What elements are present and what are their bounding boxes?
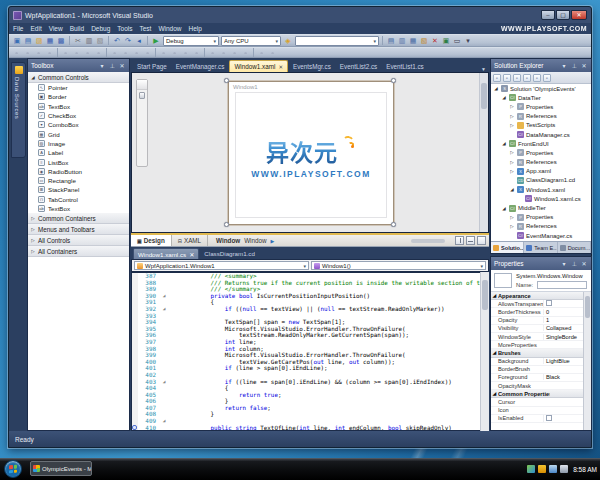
indicator-margin[interactable] [132, 405, 138, 412]
find-in-files-icon[interactable]: ◈ [283, 36, 293, 46]
close-panel-icon[interactable]: ✕ [580, 62, 588, 69]
xaml-view-tab[interactable]: ⊟XAML [172, 235, 208, 246]
make-same-height-icon[interactable]: ▫ [94, 48, 103, 57]
navigate-back-icon[interactable]: ◂ [134, 36, 144, 46]
outlining-margin[interactable] [160, 365, 168, 372]
outlining-margin[interactable] [160, 359, 168, 366]
indicator-margin[interactable] [132, 418, 138, 425]
menu-tools[interactable]: Tools [117, 25, 132, 32]
properties-header[interactable]: Properties ▾ ⊥ ✕ [491, 257, 591, 270]
save-all-icon[interactable]: ▩ [56, 36, 66, 46]
doc-tab-eventlist1-cs[interactable]: EventList1.cs [382, 60, 427, 72]
outlining-margin[interactable]: ◢ [160, 293, 168, 300]
undo-icon[interactable]: ↶ [112, 36, 122, 46]
outlining-margin[interactable] [160, 280, 168, 287]
indicator-margin[interactable] [132, 273, 138, 280]
zoom-thumb[interactable] [139, 92, 145, 99]
toolbox-group-common-containers[interactable]: ▷Common Containers [28, 213, 129, 224]
toolbox-item-border[interactable]: ▣Border [28, 92, 129, 101]
menu-file[interactable]: File [13, 25, 23, 32]
indicator-margin[interactable] [132, 352, 138, 359]
property-group-brushes[interactable]: ◢Brushes [491, 349, 583, 357]
selection-handle[interactable] [224, 222, 229, 227]
property-value[interactable] [543, 415, 583, 422]
designer-vertical-scrollbar[interactable] [479, 73, 488, 232]
indicator-margin[interactable] [132, 326, 138, 333]
outlining-margin[interactable] [160, 273, 168, 280]
toolbox-item-grid[interactable]: ▦Grid [28, 129, 129, 138]
send-to-back-icon[interactable]: ▫ [219, 48, 228, 57]
outlining-margin[interactable] [160, 392, 168, 399]
tree-node-properties[interactable]: ▷PProperties [491, 102, 591, 111]
tree-expander-icon[interactable]: ▷ [509, 224, 515, 229]
doc-tab-eventsmgr-cs[interactable]: EventsMgr.cs [289, 60, 335, 72]
tree-node-app-xaml[interactable]: ▷XApp.xaml [491, 167, 591, 176]
property-value[interactable]: Black [543, 374, 583, 380]
indicator-margin[interactable] [132, 339, 138, 346]
toolbox-item-rectangle[interactable]: ▭Rectangle [28, 176, 129, 185]
tree-expander-icon[interactable]: ▷ [509, 114, 515, 119]
solution-configurations-combobox[interactable]: Debug▾ [163, 36, 219, 46]
toolbox-header[interactable]: Toolbox ▾ ⊥ ✕ [28, 59, 129, 72]
outlining-margin[interactable] [160, 398, 168, 405]
object-browser-icon[interactable]: ▦ [408, 36, 418, 46]
toolbox-item-tabcontrol[interactable]: ⊓TabControl [28, 195, 129, 204]
property-group-appearance[interactable]: ◢Appearance [491, 292, 583, 300]
tree-node-references[interactable]: ▷RReferences [491, 112, 591, 121]
indicator-margin[interactable] [132, 398, 138, 405]
remove-spacing-icon[interactable]: ▫ [159, 48, 168, 57]
tree-node-window1-xaml[interactable]: ◢XWindow1.xaml [491, 185, 591, 194]
tree-node-eventmanager-cs[interactable]: C#EventManager.cs [491, 231, 591, 240]
outlining-margin[interactable] [160, 326, 168, 333]
increase-spacing-icon[interactable]: ▫ [132, 48, 141, 57]
property-row-background[interactable]: BackgroundLightBlue [491, 358, 583, 366]
selection-handle[interactable] [224, 78, 229, 83]
tree-node-solution-olympicevents-[interactable]: ◢SSolution 'OlympicEvents' [491, 84, 591, 93]
indicator-margin[interactable] [132, 332, 138, 339]
find-combobox[interactable]: ▾ [295, 36, 379, 46]
outlining-margin[interactable] [160, 332, 168, 339]
tree-expander-icon[interactable]: ▷ [509, 123, 515, 128]
window-position-icon[interactable]: ▾ [560, 62, 568, 69]
command-window-icon[interactable]: ▭ [452, 36, 462, 46]
indicator-margin[interactable] [132, 280, 138, 287]
designer-zoom-slider[interactable] [136, 79, 148, 167]
cut-icon[interactable]: ✂ [73, 36, 83, 46]
title-bar[interactable]: WpfApplication1 - Microsoft Visual Studi… [9, 7, 591, 23]
tree-node-middletier[interactable]: ◢C#MiddleTier [491, 203, 591, 212]
refresh-icon[interactable]: ▫ [513, 74, 521, 82]
code-editor[interactable]: 387 /// <summary>388 /// Returns true if… [131, 272, 489, 431]
outlining-margin[interactable] [160, 339, 168, 346]
outlining-margin[interactable]: ◢ [160, 306, 168, 313]
solution-explorer-header[interactable]: Solution Explorer ▾ ⊥ ✕ [491, 59, 591, 72]
view-class-diagram-icon[interactable]: ▫ [523, 74, 531, 82]
align-rights-icon[interactable]: ▫ [34, 48, 43, 57]
outlining-margin[interactable] [160, 405, 168, 412]
indicator-margin[interactable] [132, 372, 138, 379]
indicator-margin[interactable] [132, 286, 138, 293]
tool-tab-docum[interactable]: Docum... [558, 242, 591, 253]
update-icon[interactable] [538, 465, 546, 473]
toolbox-group-menus-and-toolbars[interactable]: ▷Menus and Toolbars [28, 224, 129, 235]
horizontal-split-icon[interactable] [466, 236, 475, 245]
design-canvas-window1[interactable]: Window1 异次元 WWW.IPLAYSOFT.COM [228, 81, 394, 225]
view-designer-icon[interactable]: ▫ [543, 74, 551, 82]
property-row-opacitymask[interactable]: OpacityMask [491, 382, 583, 390]
tree-expander-icon[interactable]: ◢ [501, 95, 507, 100]
align-lefts-icon[interactable]: ▫ [12, 48, 21, 57]
indicator-margin[interactable] [132, 411, 138, 418]
volume-icon[interactable] [560, 465, 568, 473]
close-tab-icon[interactable]: ✕ [189, 251, 194, 258]
auto-hide-pin-icon[interactable]: ⊥ [108, 62, 116, 69]
solution-explorer-icon[interactable]: ▤ [386, 36, 396, 46]
tool-tab-solutio[interactable]: Solutio... [491, 242, 524, 253]
toolbox-item-radiobutton[interactable]: ◉RadioButton [28, 167, 129, 176]
decrease-spacing-icon[interactable]: ▫ [143, 48, 152, 57]
maximize-button[interactable]: ▢ [556, 10, 570, 20]
property-row-icon[interactable]: Icon [491, 407, 583, 415]
selection-handle[interactable] [391, 222, 396, 227]
tree-node-datatier[interactable]: ◢C#DataTier [491, 93, 591, 102]
checkbox-icon[interactable] [546, 415, 552, 421]
toolbox-group-common-controls[interactable]: ◢Common Controls [28, 72, 129, 83]
auto-hide-pin-icon[interactable]: ⊥ [570, 260, 578, 267]
